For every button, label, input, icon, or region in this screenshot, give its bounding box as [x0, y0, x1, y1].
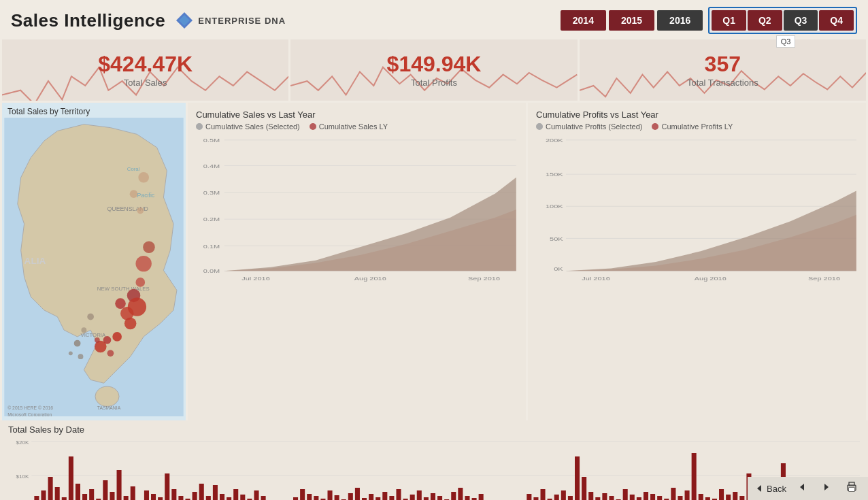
bar [124, 496, 129, 500]
kpi-total-sales: $424.47K Total Sales [2, 39, 288, 101]
map-bubble [135, 278, 145, 287]
year-btn-2015[interactable]: 2015 [609, 10, 654, 31]
svg-text:200K: 200K [546, 137, 563, 144]
bar [240, 495, 245, 500]
legend-item-profits-selected: Cumulative Profits (Selected) [536, 122, 642, 131]
map-bubble [74, 340, 81, 347]
cumulative-sales-svg: 0.5M 0.4M 0.3M 0.2M 0.1M 0.0M [196, 135, 518, 284]
bar [213, 485, 218, 500]
legend-dot-selected [196, 123, 203, 130]
svg-text:0.1M: 0.1M [203, 243, 220, 249]
coral-label: Coral [127, 166, 140, 172]
bar [314, 496, 318, 500]
tasmania-label: TASMANIA [97, 405, 121, 410]
bar [165, 473, 169, 500]
bar-chart-title: Total Sales by Date [8, 424, 860, 435]
legend-item-selected: Cumulative Sales (Selected) [196, 122, 300, 131]
map-bubble [137, 207, 144, 214]
prev-button[interactable] [793, 481, 811, 496]
svg-text:Aug 2016: Aug 2016 [354, 275, 386, 281]
bar [739, 496, 744, 500]
quarter-btn-q4[interactable]: Q4 [819, 10, 854, 31]
bar [144, 490, 149, 500]
kpi-total-sales-content: $424.47K Total Sales [98, 53, 193, 88]
bar [451, 492, 456, 500]
svg-text:0K: 0K [554, 266, 563, 272]
svg-text:0.4M: 0.4M [203, 163, 220, 169]
map-panel: Total Sales by Territory QUEENSLAND NEW … [2, 103, 186, 420]
back-button[interactable]: Back [754, 484, 786, 494]
bar [131, 486, 135, 500]
bar [623, 489, 628, 500]
bar [48, 477, 53, 500]
year-btn-2014[interactable]: 2014 [561, 10, 606, 31]
print-button[interactable] [842, 480, 861, 497]
map-copyright: © 2015 HERE © 2016 [7, 405, 53, 410]
bar [650, 494, 655, 500]
bar [34, 496, 39, 500]
bar [644, 492, 648, 500]
kpi-total-profits-value: $149.94K [387, 53, 482, 75]
bar [705, 497, 710, 500]
kpi-total-profits-content: $149.94K Total Profits [387, 53, 482, 88]
svg-text:Jul 2016: Jul 2016 [582, 275, 610, 281]
next-button[interactable] [818, 481, 835, 496]
bar [479, 494, 484, 500]
map-bubble [130, 190, 138, 198]
bar [55, 487, 60, 500]
bar [554, 495, 559, 500]
bar [685, 490, 690, 500]
map-bubble [87, 314, 94, 320]
bar [561, 490, 566, 500]
map-title: Total Sales by Territory [2, 103, 186, 118]
quarter-button-group: Q1 Q2 Q3 Q4 Q3 [708, 7, 857, 34]
legend-label-profits-selected: Cumulative Profits (Selected) [546, 122, 642, 131]
kpi-row: $424.47K Total Sales $149.94K Total Prof… [0, 39, 868, 101]
map-area: QUEENSLAND NEW SOUTH WALES Coral Pacific… [2, 118, 186, 416]
australia-partial-label: ALIA [24, 256, 46, 266]
bar [602, 493, 607, 500]
kpi-total-profits: $149.94K Total Profits [290, 39, 577, 101]
quarter-btn-q3[interactable]: Q3 [784, 10, 818, 31]
bar [254, 490, 258, 500]
cumulative-sales-title: Cumulative Sales vs Last Year [196, 110, 518, 120]
quarter-btn-q2[interactable]: Q2 [748, 10, 782, 31]
svg-text:Jul 2016: Jul 2016 [241, 275, 270, 281]
kpi-total-transactions-content: 357 Total Transactions [687, 53, 758, 88]
bar [178, 496, 183, 500]
map-bubble [69, 351, 73, 355]
cumulative-profits-chart: Cumulative Profits vs Last Year Cumulati… [528, 103, 866, 420]
bar [199, 484, 204, 500]
bar [637, 497, 641, 500]
bar [328, 490, 333, 500]
cumulative-profits-title: Cumulative Profits vs Last Year [536, 110, 858, 120]
bar [533, 497, 538, 500]
svg-text:0.0M: 0.0M [203, 267, 220, 273]
legend-dot-profits-selected [536, 123, 543, 130]
kpi-total-profits-label: Total Profits [387, 78, 482, 88]
bar [657, 496, 662, 500]
map-bubble [124, 318, 137, 330]
bar [588, 492, 593, 500]
bar [261, 496, 266, 500]
legend-dot-ly [310, 123, 316, 130]
bar [389, 496, 394, 500]
legend-item-profits-ly: Cumulative Profits LY [652, 122, 733, 131]
cumulative-profits-legend: Cumulative Profits (Selected) Cumulative… [536, 122, 858, 131]
year-btn-2016[interactable]: 2016 [657, 10, 703, 31]
svg-text:0.5M: 0.5M [203, 137, 220, 144]
bar [719, 489, 724, 500]
kpi-total-transactions-value: 357 [687, 53, 758, 75]
bottom-bar-section: Total Sales by Date $20K $10K $0K [0, 420, 868, 500]
bar [733, 492, 737, 500]
bar [76, 484, 80, 500]
svg-text:0.2M: 0.2M [203, 216, 220, 222]
svg-text:Sep 2016: Sep 2016 [808, 275, 840, 281]
quarter-btn-q1[interactable]: Q1 [712, 10, 746, 31]
bar [82, 494, 87, 500]
bar [458, 488, 463, 500]
map-bubble [112, 332, 122, 341]
footer-nav: Back [748, 477, 868, 500]
bar [348, 493, 353, 500]
svg-marker-41 [800, 484, 804, 490]
